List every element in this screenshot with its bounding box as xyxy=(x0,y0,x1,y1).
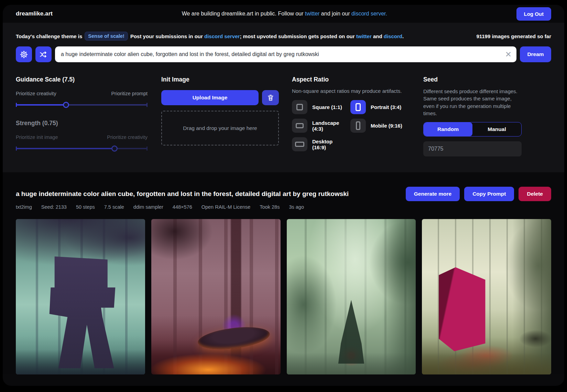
logout-button[interactable]: Log Out xyxy=(516,7,551,21)
announcement-mid: and join our xyxy=(319,11,351,17)
prompt-input[interactable] xyxy=(55,46,516,62)
dream-button[interactable]: Dream xyxy=(520,46,551,62)
generated-image-3[interactable] xyxy=(287,219,416,374)
images-generated-counter: 91199 images generated so far xyxy=(476,33,551,39)
strength-slider-fill xyxy=(16,148,115,149)
results-section: a huge indeterminate color alien cube, f… xyxy=(3,172,564,374)
aspect-mobile-label: Mobile (9:16) xyxy=(371,123,402,129)
aspect-option-mobile: Mobile (9:16) xyxy=(350,119,403,133)
challenge-theme-badge[interactable]: Sense of scale! xyxy=(85,32,128,41)
seed-description: Different seeds produce different images… xyxy=(423,88,522,117)
aspect-portrait-label: Portrait (3:4) xyxy=(371,104,401,110)
seed-column: Seed Different seeds produce different i… xyxy=(423,76,522,156)
portrait-ratio-icon xyxy=(356,103,361,111)
seed-manual-option[interactable]: Manual xyxy=(472,122,521,136)
upload-image-button[interactable]: Upload Image xyxy=(161,90,259,105)
strength-right-label: Prioritize creativity xyxy=(107,134,148,140)
generated-images-grid xyxy=(16,219,551,374)
meta-scale: 7.5 scale xyxy=(104,204,124,210)
guidance-left-label: Prioritize creativity xyxy=(16,91,56,96)
twitter-link[interactable]: twitter xyxy=(305,11,320,17)
announcement-text: We are building dreamlike.art in public.… xyxy=(53,11,516,17)
generated-image-2[interactable] xyxy=(151,219,281,374)
challenge-text: Today's challenge theme is Sense of scal… xyxy=(16,32,476,41)
gear-icon xyxy=(20,50,28,59)
prompt-bar: ✕ Dream xyxy=(16,46,551,62)
guidance-slider-tick-left xyxy=(16,103,17,107)
prompt-input-wrap: ✕ xyxy=(55,46,516,62)
aspect-portrait-button[interactable] xyxy=(350,100,366,114)
result-prompt-title: a huge indeterminate color alien cube, f… xyxy=(16,190,406,198)
copy-prompt-button[interactable]: Copy Prompt xyxy=(464,187,514,201)
clear-prompt-icon[interactable]: ✕ xyxy=(505,51,512,58)
image-dropzone[interactable]: Drag and drop your image here xyxy=(161,111,279,145)
challenge-row: Today's challenge theme is Sense of scal… xyxy=(16,32,551,41)
strength-slider-tick-left xyxy=(16,146,17,151)
seed-input[interactable] xyxy=(423,141,522,156)
init-image-actions: Upload Image xyxy=(161,90,279,105)
challenge-post: Post your submissions in our discord ser… xyxy=(130,33,404,39)
generate-more-button[interactable]: Generate more xyxy=(406,187,460,201)
strength-slider[interactable] xyxy=(16,145,148,152)
result-actions: Generate more Copy Prompt Delete xyxy=(406,187,551,201)
aspect-ratio-note: Non-square aspect ratios may produce art… xyxy=(292,88,403,94)
meta-sampler: ddim sampler xyxy=(133,204,163,210)
aspect-ratio-grid: Square (1:1) Portrait (3:4) Landscape (4… xyxy=(292,100,403,151)
aspect-desktop-button[interactable] xyxy=(292,137,307,151)
seed-mode-toggle: Random Manual xyxy=(423,122,522,137)
meta-seed: Seed: 2133 xyxy=(41,204,67,210)
seed-title: Seed xyxy=(423,76,522,83)
strength-slider-thumb[interactable] xyxy=(111,145,118,152)
mobile-ratio-icon xyxy=(356,121,360,130)
strength-slider-tick-right xyxy=(146,146,148,151)
aspect-desktop-label: Desktop (16:9) xyxy=(312,139,344,150)
strength-block: Strength (0.75) Prioritize init image Pr… xyxy=(16,120,148,152)
result-metadata: txt2img Seed: 2133 50 steps 7.5 scale dd… xyxy=(16,204,551,210)
challenge-pre: Today's challenge theme is xyxy=(16,33,82,39)
top-navbar: dreamlike.art We are building dreamlike.… xyxy=(3,5,564,23)
dropzone-label: Drag and drop your image here xyxy=(183,125,257,131)
init-image-column: Init Image Upload Image Drag and drop yo… xyxy=(161,76,279,156)
challenge-twitter-link[interactable]: twitter xyxy=(356,33,372,39)
guidance-slider[interactable] xyxy=(16,102,148,108)
desktop-ratio-icon xyxy=(295,142,304,147)
random-prompt-button[interactable] xyxy=(35,46,52,62)
aspect-square-label: Square (1:1) xyxy=(312,104,342,110)
guidance-slider-thumb[interactable] xyxy=(63,102,69,108)
guidance-right-label: Prioritize prompt xyxy=(111,91,148,96)
meta-timestamp: 3s ago xyxy=(289,204,304,210)
aspect-landscape-label: Landscape (4:3) xyxy=(312,120,344,132)
generated-image-1[interactable] xyxy=(16,219,145,374)
meta-duration: Took 28s xyxy=(260,204,280,210)
controls-row: Guidance Scale (7.5) Prioritize creativi… xyxy=(16,76,551,156)
app-logo[interactable]: dreamlike.art xyxy=(16,10,53,17)
remove-init-image-button[interactable] xyxy=(262,90,279,105)
settings-panel: Today's challenge theme is Sense of scal… xyxy=(3,23,564,172)
aspect-landscape-button[interactable] xyxy=(292,119,307,133)
challenge-discord-link-2[interactable]: discord xyxy=(384,33,402,39)
discord-server-link[interactable]: discord server. xyxy=(351,11,387,17)
app-window: dreamlike.art We are building dreamlike.… xyxy=(3,5,564,386)
strength-left-label: Prioritize init image xyxy=(16,134,58,140)
generated-image-4[interactable] xyxy=(422,219,551,374)
landscape-ratio-icon xyxy=(296,123,304,128)
announcement-pre: We are building dreamlike.art in public.… xyxy=(182,11,305,17)
guidance-slider-tick-right xyxy=(146,103,148,107)
result-header: a huge indeterminate color alien cube, f… xyxy=(16,187,551,201)
square-ratio-icon xyxy=(296,104,303,110)
meta-license: Open RAIL-M License xyxy=(201,204,251,210)
sliders-column: Guidance Scale (7.5) Prioritize creativi… xyxy=(16,76,148,156)
meta-resolution: 448×576 xyxy=(173,204,192,210)
aspect-square-button[interactable] xyxy=(292,100,307,114)
meta-mode: txt2img xyxy=(16,204,32,210)
seed-random-option[interactable]: Random xyxy=(424,122,472,136)
meta-steps: 50 steps xyxy=(76,204,95,210)
guidance-scale-title: Guidance Scale (7.5) xyxy=(16,76,148,83)
challenge-discord-link[interactable]: discord server xyxy=(204,33,240,39)
aspect-option-square: Square (1:1) xyxy=(292,100,344,114)
aspect-mobile-button[interactable] xyxy=(350,119,366,133)
delete-button[interactable]: Delete xyxy=(519,187,551,201)
strength-labels: Prioritize init image Prioritize creativ… xyxy=(16,134,148,140)
aspect-option-desktop: Desktop (16:9) xyxy=(292,137,344,151)
settings-gear-button[interactable] xyxy=(16,46,32,62)
